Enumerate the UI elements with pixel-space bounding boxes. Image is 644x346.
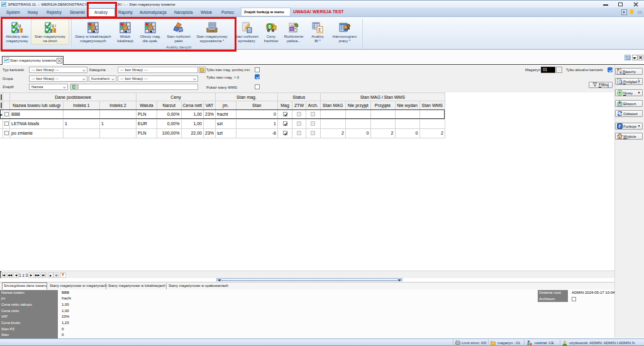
svg-text:$: $	[269, 25, 271, 30]
svg-text:D: D	[73, 85, 75, 89]
svg-text:Σ: Σ	[318, 28, 321, 32]
